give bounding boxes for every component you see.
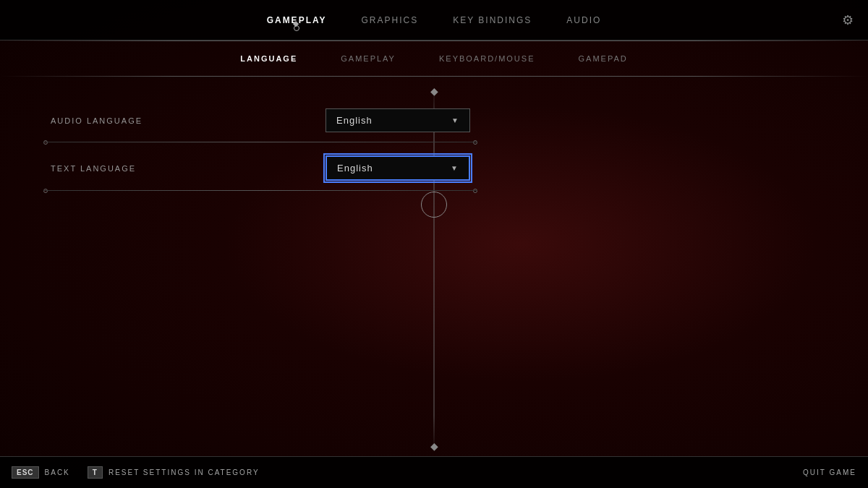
audio-language-arrow-icon: ▼ (451, 116, 459, 124)
sub-nav-keyboard-mouse[interactable]: KEYBOARD/MOUSE (439, 54, 535, 63)
row-dot-right-2 (473, 189, 477, 193)
content-area: AUDIO LANGUAGE English ▼ TEXT LANGUAGE E… (0, 77, 868, 213)
sub-nav-gamepad[interactable]: GAMEPAD (579, 54, 628, 63)
row-dot-left-2 (43, 189, 48, 193)
text-language-dropdown[interactable]: English ▼ (326, 155, 470, 181)
reset-label: RESET SETTINGS IN CATEGORY (109, 468, 260, 476)
top-bar: ◆ GAMEPLAY GRAPHICS KEY BINDINGS AUDIO ⚙ (0, 0, 868, 40)
top-nav-audio[interactable]: AUDIO (566, 15, 601, 25)
reset-action[interactable]: T RESET SETTINGS IN CATEGORY (88, 466, 260, 479)
sub-nav-gameplay[interactable]: GAMEPLAY (341, 54, 396, 63)
top-nav-gameplay[interactable]: ◆ GAMEPLAY (267, 15, 327, 25)
text-language-value: English (337, 163, 373, 174)
row-dot-left-1 (43, 140, 48, 145)
top-nav-graphics[interactable]: GRAPHICS (362, 15, 419, 25)
esc-key-badge: ESC (12, 466, 39, 479)
text-language-row: TEXT LANGUAGE English ▼ (51, 145, 470, 191)
sub-nav: LANGUAGE GAMEPLAY KEYBOARD/MOUSE GAMEPAD (0, 41, 868, 76)
back-action[interactable]: ESC BACK (12, 466, 70, 479)
top-nav: ◆ GAMEPLAY GRAPHICS KEY BINDINGS AUDIO (267, 15, 602, 25)
text-language-arrow-icon: ▼ (451, 164, 459, 172)
audio-language-dropdown[interactable]: English ▼ (326, 108, 470, 132)
bottom-left-actions: ESC BACK T RESET SETTINGS IN CATEGORY (12, 466, 260, 479)
text-language-label: TEXT LANGUAGE (51, 164, 136, 173)
top-nav-keybindings[interactable]: KEY BINDINGS (453, 15, 532, 25)
settings-icon[interactable]: ⚙ (842, 12, 854, 28)
diamond-gameplay-icon: ◆ (293, 20, 300, 27)
reset-key-badge: T (88, 466, 103, 479)
sub-nav-language[interactable]: LANGUAGE (240, 54, 297, 63)
audio-language-row: AUDIO LANGUAGE English ▼ (51, 98, 470, 142)
audio-language-value: English (336, 115, 373, 126)
bottom-bar: ESC BACK T RESET SETTINGS IN CATEGORY QU… (0, 456, 868, 488)
row-dot-right-1 (473, 140, 477, 145)
back-label: BACK (45, 468, 70, 476)
diamond-bottom-icon: ◆ (430, 440, 438, 452)
audio-language-label: AUDIO LANGUAGE (51, 116, 142, 125)
quit-game-button[interactable]: QUIT GAME (803, 468, 856, 476)
